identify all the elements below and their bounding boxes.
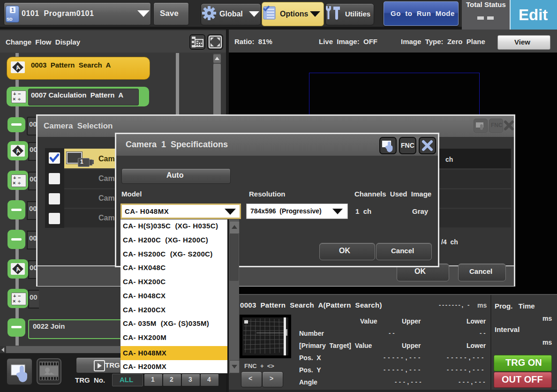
- svg-text:×: ×: [13, 96, 15, 102]
- svg-text:×: ×: [13, 298, 15, 304]
- svg-text:÷: ÷: [18, 96, 21, 102]
- svg-text:÷: ÷: [18, 298, 21, 304]
- svg-text:÷: ÷: [18, 180, 21, 186]
- svg-text:×: ×: [13, 180, 15, 186]
